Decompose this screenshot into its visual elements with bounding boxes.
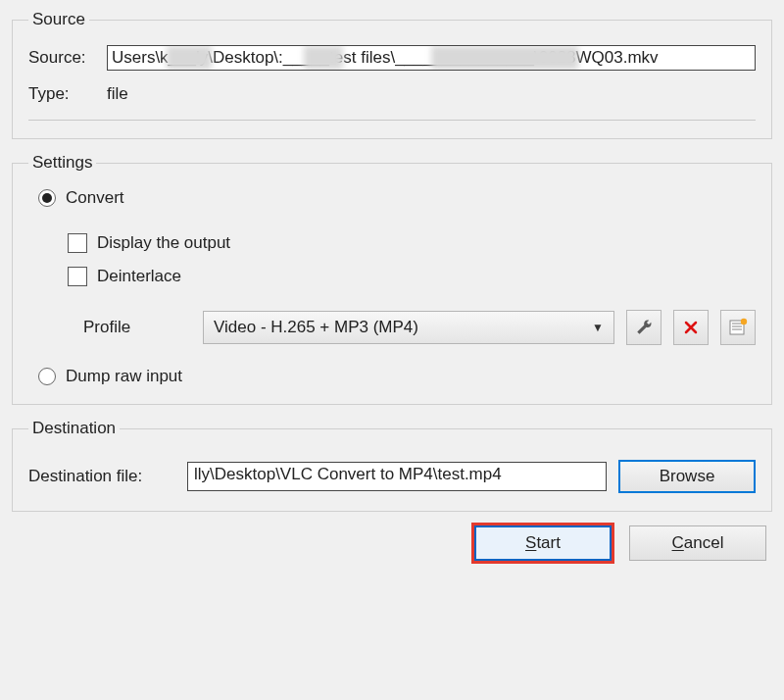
convert-dialog: Source Source: Users\k___ly\Desktop\:___…: [0, 0, 784, 573]
svg-point-4: [741, 319, 747, 325]
source-label: Source:: [28, 48, 107, 68]
new-profile-icon: [728, 318, 748, 337]
radio-icon: [38, 368, 56, 385]
display-output-checkbox[interactable]: Display the output: [68, 233, 756, 253]
edit-profile-button[interactable]: [626, 310, 662, 345]
cancel-button[interactable]: Cancel: [629, 525, 766, 561]
delete-profile-button[interactable]: [673, 310, 709, 345]
dump-raw-label: Dump raw input: [66, 367, 182, 386]
dump-raw-radio[interactable]: Dump raw input: [38, 367, 756, 386]
settings-legend: Settings: [28, 153, 96, 173]
profile-label: Profile: [83, 318, 191, 337]
checkbox-icon: [68, 233, 87, 253]
type-value: file: [107, 84, 128, 104]
profile-combobox[interactable]: Video - H.265 + MP3 (MP4) ▼: [203, 311, 614, 344]
cancel-button-label: Cancel: [672, 533, 724, 553]
wrench-icon: [635, 319, 653, 336]
browse-button[interactable]: Browse: [618, 460, 756, 493]
radio-icon: [38, 189, 56, 207]
start-button[interactable]: Start: [474, 525, 612, 561]
start-button-label: Start: [525, 533, 561, 553]
browse-button-label: Browse: [660, 467, 715, 486]
deinterlace-label: Deinterlace: [97, 267, 181, 286]
type-label: Type:: [28, 84, 107, 104]
new-profile-button[interactable]: [720, 310, 756, 345]
profile-value: Video - H.265 + MP3 (MP4): [214, 318, 418, 337]
source-legend: Source: [28, 10, 89, 29]
deinterlace-checkbox[interactable]: Deinterlace: [68, 267, 756, 286]
destination-file-input[interactable]: lly\Desktop\VLC Convert to MP4\test.mp4: [187, 462, 607, 491]
destination-file-label: Destination file:: [28, 467, 175, 486]
convert-radio[interactable]: Convert: [38, 188, 756, 208]
x-icon: [683, 320, 699, 335]
checkbox-icon: [68, 267, 87, 286]
destination-file-value: lly\Desktop\VLC Convert to MP4\test.mp4: [194, 465, 502, 483]
chevron-down-icon: ▼: [592, 321, 604, 334]
convert-radio-label: Convert: [66, 188, 124, 208]
settings-group: Settings Convert Display the output Dein…: [12, 153, 772, 405]
display-output-label: Display the output: [97, 233, 230, 253]
dialog-actions: Start Cancel: [12, 525, 772, 561]
destination-legend: Destination: [28, 419, 120, 438]
divider: [28, 120, 756, 121]
destination-group: Destination Destination file: lly\Deskto…: [12, 419, 772, 512]
source-group: Source Source: Users\k___ly\Desktop\:___…: [12, 10, 772, 139]
source-path-field[interactable]: Users\k___ly\Desktop\:_____test files\__…: [107, 45, 756, 71]
